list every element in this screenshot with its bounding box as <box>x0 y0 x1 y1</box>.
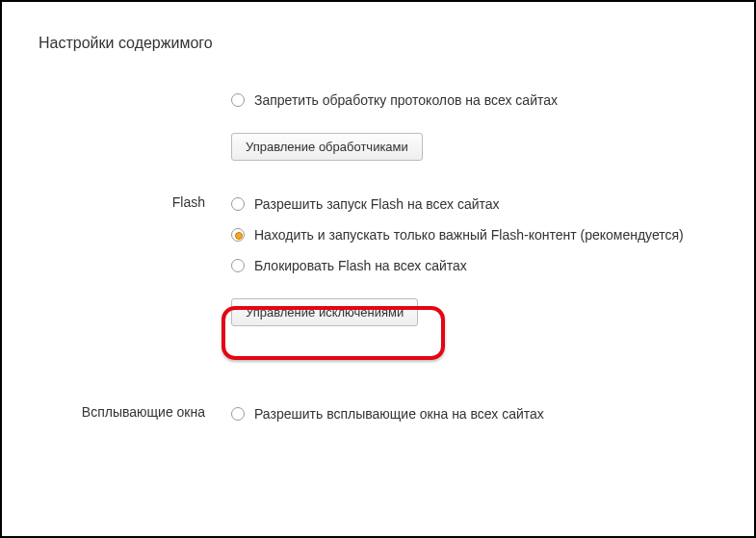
popups-options: Разрешить всплывающие окна на всех сайта… <box>231 398 737 438</box>
radio-flash-detect-important[interactable]: Находить и запускать только важный Flash… <box>231 219 737 250</box>
radio-label: Разрешить запуск Flash на всех сайтах <box>254 196 500 212</box>
radio-label: Разрешить всплывающие окна на всех сайта… <box>254 406 544 422</box>
manage-handlers-button[interactable]: Управление обработчиками <box>231 133 423 161</box>
radio-block-protocols[interactable]: Запретить обработку протоколов на всех с… <box>231 85 737 115</box>
page-title: Настройки содержимого <box>39 35 213 52</box>
content-viewport: Настройки содержимого Запретить обработк… <box>4 4 756 438</box>
flash-options: Разрешить запуск Flash на всех сайтах На… <box>231 189 737 326</box>
protocols-options: Запретить обработку протоколов на всех с… <box>231 85 737 161</box>
radio-label: Блокировать всплывающие окна на всех сай… <box>254 437 663 438</box>
radio-icon <box>231 93 245 107</box>
radio-label: Запретить обработку протоколов на всех с… <box>254 92 558 108</box>
radio-popups-block-all[interactable]: Блокировать всплывающие окна на всех сай… <box>231 429 737 438</box>
radio-icon <box>231 407 245 421</box>
radio-icon <box>231 197 245 211</box>
manage-flash-exceptions-button[interactable]: Управление исключениями <box>231 298 418 326</box>
popups-section-label: Всплывающие окна <box>13 404 205 420</box>
settings-frame: Настройки содержимого Запретить обработк… <box>0 0 756 538</box>
radio-label: Находить и запускать только важный Flash… <box>254 227 684 243</box>
flash-section-label: Flash <box>13 194 205 210</box>
radio-icon <box>231 259 245 272</box>
radio-label: Блокировать Flash на всех сайтах <box>254 258 467 273</box>
radio-popups-allow-all[interactable]: Разрешить всплывающие окна на всех сайта… <box>231 398 737 429</box>
radio-icon <box>231 228 245 242</box>
radio-flash-allow-all[interactable]: Разрешить запуск Flash на всех сайтах <box>231 189 737 219</box>
radio-flash-block-all[interactable]: Блокировать Flash на всех сайтах <box>231 250 737 281</box>
